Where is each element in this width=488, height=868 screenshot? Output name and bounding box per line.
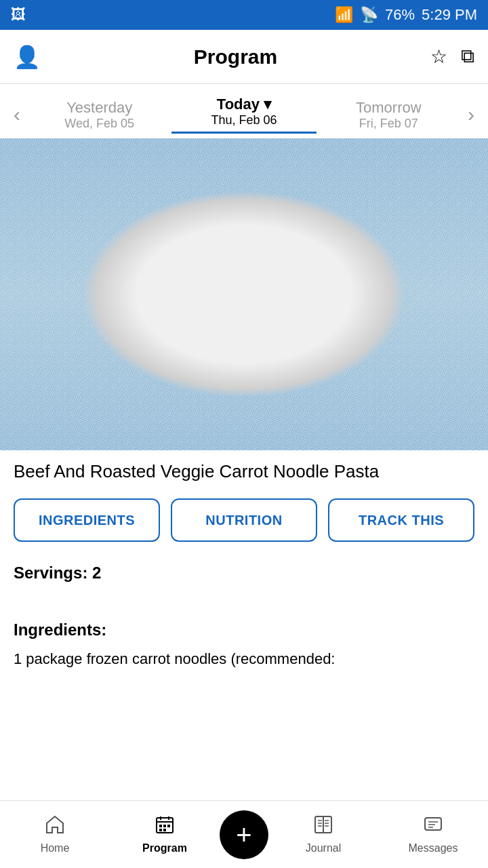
journal-icon	[313, 814, 333, 840]
yesterday-date-text: Wed, Feb 05	[27, 117, 171, 131]
servings-info: Servings: 2	[0, 553, 488, 593]
time-display: 5:29 PM	[422, 6, 477, 24]
today-date-text: Thu, Feb 06	[171, 113, 316, 127]
wifi-icon: 📶	[335, 6, 353, 24]
svg-rect-4	[159, 825, 162, 827]
date-navigation: ‹ Yesterday Wed, Feb 05 Today ▾ Thu, Feb…	[0, 84, 488, 138]
ingredients-section: Ingredients: 1 package frozen carrot noo…	[0, 593, 488, 681]
nav-messages[interactable]: Messages	[378, 814, 488, 854]
add-button[interactable]: +	[220, 810, 268, 859]
home-label: Home	[41, 842, 70, 854]
tomorrow-label: Tomorrow	[317, 99, 461, 117]
nav-journal[interactable]: Journal	[268, 814, 378, 854]
messages-label: Messages	[409, 842, 458, 854]
screenshot-icon: 🖼	[11, 6, 26, 24]
add-icon: +	[236, 821, 251, 848]
yesterday-label: Yesterday	[27, 99, 171, 117]
bottom-navigation: Home Program +	[0, 800, 488, 868]
svg-rect-5	[163, 825, 166, 827]
messages-icon	[423, 814, 443, 840]
page-title: Program	[194, 45, 277, 68]
prev-day-arrow[interactable]: ‹	[7, 103, 27, 126]
ingredient-item: 1 package frozen carrot noodles (recomme…	[14, 648, 474, 670]
today-label: Today ▾	[171, 96, 316, 113]
signal-icon: 📡	[360, 6, 378, 24]
nav-home[interactable]: Home	[0, 814, 110, 854]
journal-label: Journal	[306, 842, 341, 854]
tomorrow-date-text: Fri, Feb 07	[317, 117, 461, 131]
nav-add[interactable]: +	[220, 810, 268, 859]
program-icon	[155, 814, 175, 840]
svg-rect-6	[167, 825, 170, 827]
svg-rect-8	[163, 829, 166, 831]
next-day-arrow[interactable]: ›	[461, 103, 481, 126]
action-buttons: INGREDIENTS NUTRITION TRACK THIS	[0, 488, 488, 553]
favorite-icon[interactable]: ☆	[430, 45, 447, 68]
recipe-title: Beef And Roasted Veggie Carrot Noodle Pa…	[0, 450, 488, 488]
ingredients-button[interactable]: INGREDIENTS	[14, 498, 160, 542]
yesterday-date[interactable]: Yesterday Wed, Feb 05	[27, 99, 171, 131]
today-date[interactable]: Today ▾ Thu, Feb 06	[171, 96, 316, 134]
recipe-image	[0, 138, 488, 450]
profile-icon[interactable]: 👤	[14, 44, 41, 70]
tomorrow-date[interactable]: Tomorrow Fri, Feb 07	[317, 99, 461, 131]
track-this-button[interactable]: TRACK THIS	[328, 498, 474, 542]
status-bar: 🖼 📶 📡 76% 5:29 PM	[0, 0, 488, 30]
home-icon	[45, 814, 65, 840]
app-bar: 👤 Program ☆ ⧉	[0, 30, 488, 84]
dropdown-arrow: ▾	[264, 96, 271, 113]
ingredients-heading: Ingredients:	[14, 620, 474, 639]
program-label: Program	[142, 842, 187, 854]
battery-text: 76%	[385, 6, 415, 24]
svg-rect-17	[425, 818, 441, 830]
nav-program[interactable]: Program	[110, 814, 220, 854]
nutrition-button[interactable]: NUTRITION	[171, 498, 317, 542]
svg-rect-7	[159, 829, 162, 831]
layers-icon[interactable]: ⧉	[461, 45, 474, 68]
